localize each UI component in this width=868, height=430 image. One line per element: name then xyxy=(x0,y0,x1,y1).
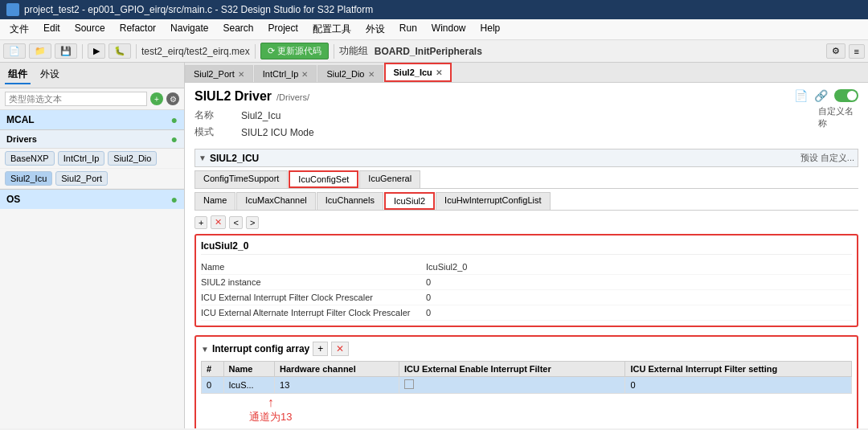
interrupt-arrow: ▼ xyxy=(201,345,209,354)
os-section: OS ● xyxy=(0,189,184,209)
prev-btn[interactable]: < xyxy=(229,216,242,229)
tab-siul2icu[interactable]: Siul2_Icu ✕ xyxy=(384,63,452,82)
add-item-btn[interactable]: + xyxy=(194,216,207,229)
nav-siul2dio[interactable]: Siul2_Dio xyxy=(108,151,157,166)
property-row-name: Name IcuSiul2_0 xyxy=(201,260,852,275)
toolbar-run[interactable]: ▶ xyxy=(88,43,105,59)
drivers-label: Drivers xyxy=(6,134,37,144)
interrupt-add-btn[interactable]: + xyxy=(313,342,328,356)
name-field: 名称 Siul2_Icu xyxy=(194,109,314,122)
nav-siul2icu[interactable]: Siul2_Icu xyxy=(5,171,52,186)
menu-config[interactable]: 配置工具 xyxy=(306,21,358,38)
content-title: SIUL2 Driver /Drivers/ xyxy=(194,89,314,104)
inner-tab-maxchannel[interactable]: IcuMaxChannel xyxy=(236,192,315,210)
inner-tab-hwinterrupt[interactable]: IcuHwInterruptConfigList xyxy=(436,192,550,210)
siul2icu-section-header[interactable]: ▼ SIUL2_ICU 预设 自定义... xyxy=(194,149,858,167)
property-filter-label: ICU External Interrupt Filter Clock Pres… xyxy=(201,293,426,302)
mode-value: SIUL2 ICU Mode xyxy=(241,127,314,138)
menu-help[interactable]: Help xyxy=(474,21,507,38)
toolbar-open[interactable]: 📁 xyxy=(29,43,51,59)
nav-items-row1: BaseNXP IntCtrl_Ip Siul2_Dio xyxy=(0,149,184,169)
search-input[interactable] xyxy=(5,92,147,106)
nav-siul2port[interactable]: Siul2_Port xyxy=(55,171,108,186)
menu-bar: 文件 Edit Source Refactor Navigate Search … xyxy=(0,19,868,40)
toolbar-settings[interactable]: ⚙ xyxy=(826,43,845,59)
separator4 xyxy=(334,44,334,59)
link-icon[interactable]: 🔗 xyxy=(814,89,828,102)
tab-components[interactable]: 组件 xyxy=(5,66,31,84)
menu-file[interactable]: 文件 xyxy=(3,21,35,38)
menu-navigate[interactable]: Navigate xyxy=(164,21,215,38)
mcal-label: MCAL xyxy=(6,114,35,125)
tab-bar: Siul2_Port ✕ IntCtrl_Ip ✕ Siul2_Dio ✕ Si… xyxy=(185,63,868,83)
preset-label: 预设 自定义... xyxy=(800,152,854,164)
interrupt-header: ▼ Interrupt config array + ✕ xyxy=(201,342,852,356)
menu-edit[interactable]: Edit xyxy=(37,21,67,38)
property-row-filter: ICU External Interrupt Filter Clock Pres… xyxy=(201,290,852,305)
sub-tab-configtime[interactable]: ConfigTimeSupport xyxy=(194,170,288,188)
toolbar-debug[interactable]: 🐛 xyxy=(108,43,131,59)
table-row[interactable]: 0 IcuS... 13 0 xyxy=(202,377,852,394)
toolbar-new[interactable]: 📄 xyxy=(3,43,26,59)
tab-siul2dio-close[interactable]: ✕ xyxy=(368,70,375,79)
inner-tab-channels[interactable]: IcuChannels xyxy=(317,192,383,210)
property-name-val: IcuSiul2_0 xyxy=(426,262,852,272)
toolbar-more[interactable]: ≡ xyxy=(849,44,865,59)
tab-siul2port-label: Siul2_Port xyxy=(194,69,235,79)
tab-siul2icu-close[interactable]: ✕ xyxy=(436,68,442,77)
mcal-section: MCAL ● xyxy=(0,110,184,130)
add-btn[interactable]: + xyxy=(150,92,163,105)
mode-field: 模式 SIUL2 ICU Mode xyxy=(194,125,314,139)
feature-group-label: 功能组 xyxy=(339,44,368,58)
collapse-arrow: ▼ xyxy=(199,154,207,162)
menu-peripheral[interactable]: 外设 xyxy=(359,21,391,38)
cell-setting: 0 xyxy=(625,377,852,394)
interrupt-del-btn[interactable]: ✕ xyxy=(331,342,349,356)
enable-checkbox[interactable] xyxy=(404,379,414,389)
col-channel: Hardware channel xyxy=(275,362,399,377)
copy-icon[interactable]: 📄 xyxy=(794,89,808,102)
small-toolbar: + ✕ < > xyxy=(194,215,858,229)
inner-tab-name[interactable]: Name xyxy=(194,192,235,210)
property-box-header: IcuSiul2_0 xyxy=(201,240,852,255)
property-instance-val: 0 xyxy=(426,277,852,287)
sub-tab-icugeneral[interactable]: IcuGeneral xyxy=(359,170,420,188)
update-code-btn[interactable]: ⟳ 更新源代码 xyxy=(260,43,329,59)
toolbar-save[interactable]: 💾 xyxy=(55,43,77,59)
inner-tab-icusiul2[interactable]: IcuSiul2 xyxy=(384,192,435,210)
tab-peripheral[interactable]: 外设 xyxy=(37,66,63,84)
tab-intctrl-close[interactable]: ✕ xyxy=(301,70,308,79)
content-area: SIUL2 Driver /Drivers/ 名称 Siul2_Icu 模式 S… xyxy=(185,83,868,428)
sub-tab-icuconfigset[interactable]: IcuConfigSet xyxy=(289,170,358,188)
menu-project[interactable]: Project xyxy=(261,21,304,38)
main-layout: 组件 外设 + ⚙ MCAL ● Drivers ● BaseNXP IntCt… xyxy=(0,63,868,428)
filepath-text: test2_eirq/test2_eirq.mex xyxy=(141,46,250,57)
property-row-altfilter: ICU External Alternate Interrupt Filter … xyxy=(201,305,852,321)
nav-intctrl[interactable]: IntCtrl_Ip xyxy=(58,151,105,166)
settings-btn[interactable]: ⚙ xyxy=(166,92,179,105)
next-btn[interactable]: > xyxy=(246,216,259,229)
app-icon xyxy=(6,3,19,16)
toggle-btn[interactable] xyxy=(834,89,858,102)
nav-basenxp[interactable]: BaseNXP xyxy=(5,151,55,166)
cell-num: 0 xyxy=(202,377,224,394)
tab-siul2port-close[interactable]: ✕ xyxy=(238,70,244,79)
tab-siul2port[interactable]: Siul2_Port ✕ xyxy=(185,65,253,82)
tab-siul2dio[interactable]: Siul2_Dio ✕ xyxy=(317,65,383,82)
os-icon: ● xyxy=(171,193,178,206)
tab-intctrl[interactable]: IntCtrl_Ip ✕ xyxy=(254,65,317,82)
property-instance-label: SIUL2 instance xyxy=(201,277,426,287)
interrupt-title: Interrupt config array xyxy=(212,343,309,354)
menu-refactor[interactable]: Refactor xyxy=(113,21,162,38)
property-name-label: Name xyxy=(201,262,426,272)
menu-source[interactable]: Source xyxy=(68,21,112,38)
annotation-arrow: ↑ xyxy=(268,395,274,410)
menu-search[interactable]: Search xyxy=(216,21,260,38)
name-value: Siul2_Icu xyxy=(241,110,280,121)
title-bar: project_test2 - ep001_GPIO_eirq/src/main… xyxy=(0,0,868,19)
menu-window[interactable]: Window xyxy=(425,21,473,38)
menu-run[interactable]: Run xyxy=(393,21,424,38)
table-header-row: # Name Hardware channel ICU External Ena… xyxy=(202,362,852,377)
del-item-btn[interactable]: ✕ xyxy=(211,215,226,229)
separator1 xyxy=(82,44,83,59)
